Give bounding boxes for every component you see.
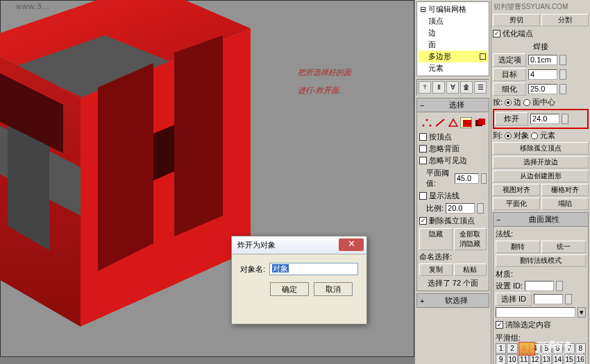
select-id-input[interactable] — [534, 294, 563, 304]
svg-rect-17 — [463, 120, 471, 127]
explode-value-input[interactable]: 24.0 — [530, 114, 559, 124]
ok-button[interactable]: 确定 — [270, 282, 309, 296]
select-id-button[interactable]: 选择 ID — [496, 293, 532, 306]
tree-item-selected: 多边形 — [419, 51, 487, 62]
more-icon[interactable]: ☰ — [474, 81, 487, 94]
optimize-ends-checkbox[interactable]: ✓ — [493, 30, 500, 37]
tessellate-button[interactable]: 细化 — [493, 83, 526, 96]
object-name-label: 对象名: — [240, 264, 265, 275]
config-icon[interactable]: ∀ — [446, 81, 459, 94]
by-edge-radio[interactable] — [505, 99, 512, 106]
surface-rollout-header[interactable]: −曲面属性 — [493, 212, 589, 227]
edit-geometry-panel: 切判望曹SSYUAN.COM 剪切分割 ✓优化端点 焊接 选定项0.1cm 目标… — [491, 0, 590, 364]
weld-selected-button[interactable]: 选定项 — [493, 53, 526, 67]
selection-rollout: 按顶点 忽略背面 忽略可见边 平面阈值:45.0 显示法线 比例:20.0 ✓删… — [416, 112, 489, 291]
trash-icon[interactable]: 🗑 — [460, 81, 473, 94]
grid-align-button[interactable]: 栅格对齐 — [541, 184, 589, 196]
element-icon[interactable] — [474, 117, 485, 128]
to-element-radio[interactable] — [531, 132, 538, 139]
tree-root: ⊟可编辑网格 — [419, 3, 487, 15]
flip-normal-mode-button[interactable]: 翻转法线模式 — [496, 254, 586, 267]
spinner[interactable] — [481, 173, 487, 184]
delete-iso-checkbox[interactable]: ✓ — [419, 217, 427, 225]
unify-button[interactable]: 统一 — [541, 241, 586, 253]
remove-iso-button[interactable]: 移除孤立顶点 — [493, 142, 589, 155]
selection-status: 选择了 72 个面 — [419, 278, 487, 288]
tree-item: 面 — [419, 39, 487, 51]
svg-rect-19 — [478, 119, 485, 125]
explode-button[interactable]: 炸开 — [495, 112, 528, 125]
sg-cell[interactable]: 1 — [496, 343, 506, 354]
polygon-icon[interactable] — [460, 117, 471, 128]
spinner[interactable] — [477, 203, 484, 214]
clear-sel-checkbox[interactable]: ✓ — [496, 321, 503, 329]
tree-item: 边 — [419, 27, 487, 39]
weld-group-label: 焊接 — [493, 42, 589, 52]
cancel-button[interactable]: 取消 — [314, 282, 353, 296]
dialog-titlebar[interactable]: 炸开为对象 ✕ — [232, 236, 366, 254]
dialog-title-text: 炸开为对象 — [237, 241, 276, 249]
copy-button[interactable]: 复制 — [419, 263, 453, 276]
tree-item: 顶点 — [419, 15, 487, 27]
set-id-input[interactable] — [525, 281, 554, 291]
weld-target-button[interactable]: 目标 — [493, 68, 526, 81]
planar-threshold-input[interactable]: 45.0 — [455, 173, 479, 184]
svg-point-13 — [426, 119, 428, 121]
named-sel-label: 命名选择: — [419, 252, 487, 262]
soft-sel-rollout-header[interactable]: +软选择 — [416, 293, 489, 308]
panel-header-text: 切判望曹SSYUAN.COM — [493, 1, 589, 12]
object-name-input[interactable]: 对象 — [269, 263, 358, 275]
svg-line-15 — [436, 119, 444, 126]
select-open-button[interactable]: 选择开放边 — [493, 156, 589, 168]
svg-point-12 — [423, 125, 425, 127]
svg-marker-16 — [449, 119, 457, 126]
by-face-center-radio[interactable] — [523, 99, 530, 106]
weld-threshold-input[interactable]: 0.1cm — [528, 55, 557, 65]
view-align-button[interactable]: 视图对齐 — [493, 184, 540, 196]
pin-icon[interactable]: ⫯ — [419, 81, 431, 94]
split-button[interactable]: 分割 — [541, 14, 589, 26]
svg-marker-8 — [98, 63, 153, 271]
modifier-panel: ⊟可编辑网格 顶点 边 面 多边形 元素 ⫯ Ⅱ ∀ 🗑 ☰ −选择 按顶点 忽… — [414, 0, 491, 364]
svg-marker-9 — [174, 35, 223, 236]
edge-icon[interactable] — [434, 117, 445, 128]
hide-button[interactable]: 隐藏 — [419, 228, 453, 250]
watermark-icon — [519, 342, 535, 356]
collapse-button[interactable]: 塌陷 — [541, 198, 589, 210]
show-normal-checkbox[interactable] — [419, 192, 427, 200]
unhide-button[interactable]: 全部取消隐藏 — [454, 228, 487, 250]
material-label: 材质: — [496, 269, 586, 279]
explode-dialog: 炸开为对象 ✕ 对象名: 对象 确定 取消 — [231, 236, 367, 324]
tessellate-input[interactable]: 25.0 — [528, 84, 557, 94]
explode-highlight: 炸开24.0 — [493, 109, 589, 129]
svg-point-14 — [430, 125, 432, 127]
material-name-dropdown[interactable] — [496, 307, 575, 318]
flip-button[interactable]: 翻转 — [496, 241, 540, 253]
paste-button[interactable]: 粘贴 — [454, 263, 487, 276]
ignore-back-checkbox[interactable] — [419, 145, 427, 153]
watermark: PS爱好者 www.psahz.com — [519, 340, 583, 357]
by-vertex-checkbox[interactable] — [419, 133, 427, 141]
create-shape-button[interactable]: 从边创建图形 — [493, 170, 589, 182]
scale-input[interactable]: 20.0 — [446, 203, 475, 214]
stack-toolbar: ⫯ Ⅱ ∀ 🗑 ☰ — [416, 79, 489, 96]
face-icon[interactable] — [447, 117, 458, 128]
to-object-radio[interactable] — [505, 132, 512, 139]
ignore-vis-checkbox[interactable] — [419, 157, 427, 164]
show-icon[interactable]: Ⅱ — [432, 81, 445, 94]
tree-item: 元素 — [419, 62, 487, 74]
weld-target-input[interactable]: 4 — [528, 69, 557, 80]
cube-model[interactable] — [0, 0, 258, 340]
cut-button[interactable]: 剪切 — [493, 14, 540, 26]
selection-rollout-header[interactable]: −选择 — [416, 98, 489, 112]
planarize-button[interactable]: 平面化 — [493, 198, 540, 210]
vertex-icon[interactable] — [421, 117, 432, 128]
normals-label: 法线: — [496, 229, 586, 239]
modifier-stack[interactable]: ⊟可编辑网格 顶点 边 面 多边形 元素 — [416, 1, 489, 76]
annotation-text: 把所选择好的面 进行-炸开面. — [298, 63, 351, 99]
close-icon[interactable]: ✕ — [339, 239, 364, 251]
